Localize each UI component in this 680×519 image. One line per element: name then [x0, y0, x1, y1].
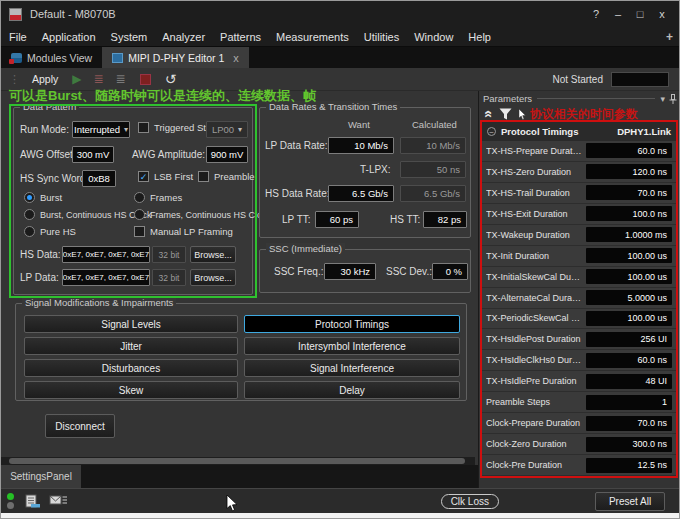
param-label: TX-Init Duration: [486, 251, 586, 261]
signal-interference-button[interactable]: Signal Interference: [244, 359, 460, 377]
log-document-icon[interactable]: [24, 494, 41, 509]
param-value-field[interactable]: 1: [586, 395, 672, 410]
param-label: Clock-Zero Duration: [486, 439, 586, 449]
skew-button[interactable]: Skew: [24, 381, 238, 399]
app-icon: [9, 8, 22, 21]
preset-all-button[interactable]: Preset All: [595, 492, 665, 511]
param-value-field[interactable]: 100.0 ns: [586, 206, 672, 221]
protocol-timings-button[interactable]: Protocol Timings: [244, 315, 460, 333]
delay-button[interactable]: Delay: [244, 381, 460, 399]
clk-loss-indicator: Clk Loss: [441, 494, 499, 509]
hs-tt-field[interactable]: 82 ps: [423, 211, 467, 228]
tab-modules-view[interactable]: Modules View: [1, 47, 102, 68]
param-value-field[interactable]: 60.0 ns: [586, 353, 672, 368]
refresh-icon[interactable]: ↺: [165, 71, 177, 87]
menu-utilities[interactable]: Utilities: [364, 31, 399, 43]
parameter-row: Clock-Zero Duration300.0 ns: [482, 434, 676, 455]
param-value-field[interactable]: 12.5 ns: [586, 458, 672, 473]
want-column-header: Want: [348, 119, 370, 130]
lp-tt-field[interactable]: 60 ps: [315, 211, 359, 228]
collapse-all-icon[interactable]: »: [479, 110, 495, 118]
menu-application[interactable]: Application: [42, 31, 96, 43]
ssc-group: SSC (Immediate) SSC Freq.: 30 kHz SSC De…: [259, 249, 471, 293]
ssc-dev-field[interactable]: 0 %: [432, 263, 468, 280]
data-rates-group: Data Rates & Transition Times Want Calcu…: [259, 107, 471, 238]
ssc-freq-label: SSC Freq.:: [274, 266, 323, 277]
header-divider: [537, 98, 655, 99]
disturbances-button[interactable]: Disturbances: [24, 359, 238, 377]
disconnect-button[interactable]: Disconnect: [45, 414, 115, 438]
sequence-list-icon[interactable]: ≣: [116, 72, 126, 86]
pin-icon[interactable]: [669, 94, 677, 104]
dock-icon[interactable]: +: [666, 30, 673, 44]
scrollbar-thumb[interactable]: [9, 458, 465, 464]
menu-window[interactable]: Window: [414, 31, 453, 43]
param-value-field[interactable]: 300.0 ns: [586, 437, 672, 452]
ssc-freq-field[interactable]: 30 kHz: [324, 263, 376, 280]
collapse-section-icon[interactable]: –: [487, 127, 496, 136]
parameter-row: Clock-Pre Duration12.5 ns: [482, 455, 676, 476]
tab-close-icon[interactable]: x: [233, 52, 239, 64]
panel-menu-icon[interactable]: ▾: [660, 94, 665, 104]
help-button[interactable]: ?: [585, 8, 607, 20]
parameters-header[interactable]: Parameters ▾: [479, 91, 680, 106]
param-value-field[interactable]: 120.0 ns: [586, 164, 672, 179]
param-value-field[interactable]: 1.0000 ms: [586, 227, 672, 242]
parameter-row: Clock-Prepare Duration70.0 ns: [482, 413, 676, 434]
settings-panel-tab[interactable]: SettingsPanel: [1, 465, 81, 488]
t-lpx-label: T-LPX:: [360, 164, 391, 175]
run-icon[interactable]: ▶: [72, 72, 81, 86]
param-label: TX-HsIdleClkHs0 Duration: [486, 355, 586, 365]
hs-tt-label: HS TT:: [390, 214, 420, 225]
param-value-field[interactable]: 5.0000 us: [586, 290, 672, 305]
menu-file[interactable]: File: [9, 31, 27, 43]
param-value-field[interactable]: 48 UI: [586, 374, 672, 389]
menu-measurements[interactable]: Measurements: [276, 31, 349, 43]
param-value-field[interactable]: 60.0 ns: [586, 143, 672, 158]
apply-button[interactable]: Apply: [24, 71, 66, 87]
protocol-timings-section-header[interactable]: – Protocol Timings DPHY1.Link: [482, 122, 676, 141]
menu-help[interactable]: Help: [468, 31, 491, 43]
run-status-label: Not Started: [552, 74, 603, 85]
filter-icon[interactable]: [499, 108, 512, 120]
run-status-indicator: [611, 72, 669, 87]
stop-icon[interactable]: [140, 74, 151, 85]
param-value-field[interactable]: 100.00 us: [586, 311, 672, 326]
param-value-field[interactable]: 70.0 ns: [586, 185, 672, 200]
messages-icon[interactable]: [49, 494, 68, 508]
hs-data-rate-calculated: 6.5 Gb/s: [400, 185, 466, 202]
calculated-column-header: Calculated: [412, 119, 457, 130]
hs-data-rate-label: HS Data Rate:: [265, 188, 329, 199]
title-bar: Default - M8070B ? – □ x: [1, 1, 680, 27]
param-value-field[interactable]: 70.0 ns: [586, 416, 672, 431]
status-bar: Clk Loss Preset All: [1, 488, 680, 513]
menu-patterns[interactable]: Patterns: [220, 31, 261, 43]
bottom-tab-strip: SettingsPanel: [1, 465, 478, 488]
tab-mipi-label: MIPI D-PHY Editor 1: [128, 52, 224, 64]
section-link: DPHY1.Link: [617, 126, 671, 137]
maximize-button[interactable]: □: [629, 8, 651, 20]
param-label: TX-HS-Trail Duration: [486, 188, 586, 198]
close-button[interactable]: x: [651, 8, 673, 20]
lp-data-rate-want-field[interactable]: 10 Mb/s: [328, 137, 394, 154]
pattern-list-icon[interactable]: ≣: [94, 72, 104, 86]
hs-data-rate-want-field[interactable]: 6.5 Gb/s: [328, 185, 394, 202]
jitter-button[interactable]: Jitter: [24, 337, 238, 355]
parameter-row: Preamble Steps1: [482, 392, 676, 413]
intersymbol-interference-button[interactable]: Intersymbol Interference: [244, 337, 460, 355]
param-value-field[interactable]: 100.00 us: [586, 269, 672, 284]
tab-mipi-dphy-editor[interactable]: MIPI D-PHY Editor 1 x: [102, 47, 249, 68]
minimize-button[interactable]: –: [607, 8, 629, 20]
connection-status-dots: [7, 493, 14, 509]
mipi-editor-icon: [112, 53, 123, 63]
param-value-field[interactable]: 256 UI: [586, 332, 672, 347]
param-value-field[interactable]: 100.00 us: [586, 248, 672, 263]
param-label: TX-AlternateCal Duration: [486, 293, 586, 303]
parameter-row: TX-InitialSkewCal Duration100.00 us: [482, 267, 676, 288]
lp-data-rate-calculated: 10 Mb/s: [400, 137, 466, 154]
modules-view-icon: [11, 53, 22, 63]
menu-system[interactable]: System: [111, 31, 148, 43]
horizontal-scrollbar[interactable]: [1, 457, 475, 465]
signal-levels-button[interactable]: Signal Levels: [24, 315, 238, 333]
menu-analyzer[interactable]: Analyzer: [162, 31, 205, 43]
